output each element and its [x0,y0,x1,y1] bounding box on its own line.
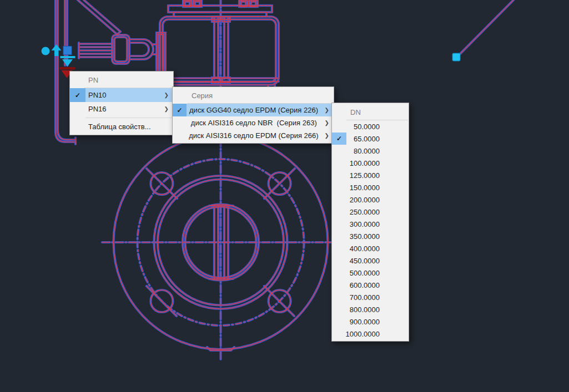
check-gutter [332,120,346,133]
menu-item-label: 125.0000 [346,171,409,180]
menu-item-label: диск AISI316 седло NBR (Серия 263) [188,119,317,127]
menu-item[interactable]: диск AISI316 седло NBR (Серия 263)❯ [173,116,334,129]
grip-square[interactable] [63,47,72,55]
menu-item[interactable]: 900.0000 [332,315,409,328]
check-gutter [332,315,346,328]
check-gutter [332,218,346,230]
check-gutter [332,181,346,194]
grip-cone-cyan[interactable] [61,56,75,67]
menu-item-label: 400.0000 [346,245,409,253]
grip-circle[interactable] [42,47,50,55]
menu-item-label: 250.0000 [346,208,409,216]
menu-item[interactable]: 600.0000 [332,279,409,291]
menu-item[interactable]: 125.0000 [332,169,409,181]
check-gutter [332,230,346,242]
check-gutter [70,120,85,134]
menu-item[interactable]: 1000.0000 [332,328,409,340]
menu-item-label: 50.0000 [346,123,409,131]
cad-drawing [0,0,569,392]
menu-header-pn: PN [70,73,173,88]
check-gutter [332,254,346,267]
check-icon: ✓ [70,88,85,102]
menu-item-label: 1000.0000 [343,330,409,338]
menu-item-label: 100.0000 [346,159,409,167]
menu-item[interactable]: 800.0000 [332,303,409,315]
menu-item-label: 450.0000 [346,257,409,265]
menu-item[interactable]: 100.0000 [332,157,409,169]
check-gutter [332,291,346,303]
check-gutter [173,129,186,142]
menu-item[interactable]: 80.0000 [332,145,409,157]
menu-item-label: PN16 [85,105,155,113]
menu-item[interactable]: 700.0000 [332,291,409,303]
check-gutter [332,194,346,206]
submenu-arrow-icon: ❯ [155,106,173,112]
menu-item[interactable]: 350.0000 [332,230,409,242]
menu-item-label: Таблица свойств... [85,123,155,131]
menu-items-dn: 50.0000✓65.000080.0000100.0000125.000015… [332,120,409,340]
menu-item-label: диск AISI316 седло EPDM (Серия 266) [186,131,318,140]
menu-item[interactable]: PN16❯ [70,102,173,116]
menu-item[interactable]: диск AISI316 седло EPDM (Серия 266)❯ [173,129,334,142]
menu-item[interactable]: ✓PN10❯ [70,88,173,102]
menu-item[interactable]: 400.0000 [332,242,409,254]
menu-item[interactable]: 200.0000 [332,194,409,206]
menu-item[interactable]: 150.0000 [332,181,409,194]
menu-item[interactable]: 500.0000 [332,267,409,279]
menu-items-seriya: ✓диск GGG40 седло EPDM (Серия 226)❯диск … [173,104,334,142]
menu-item-label: 700.0000 [346,293,409,302]
submenu-arrow-icon: ❯ [155,92,173,98]
menu-item-label: 150.0000 [346,184,409,192]
context-menu-seriya: Серия ✓диск GGG40 седло EPDM (Серия 226)… [172,86,334,144]
check-gutter [332,279,346,291]
check-gutter [332,206,346,218]
check-gutter [332,169,346,181]
menu-item-label: диск GGG40 седло EPDM (Серия 226) [187,106,318,114]
menu-item-label: 300.0000 [346,220,409,228]
menu-item-label: 200.0000 [346,196,409,204]
context-menu-pn: PN ✓PN10❯PN16❯Таблица свойств... [69,71,174,135]
menu-item[interactable]: 450.0000 [332,254,409,267]
context-menu-dn: DN 50.0000✓65.000080.0000100.0000125.000… [331,103,409,342]
check-gutter [70,102,85,116]
menu-item-label: 80.0000 [346,147,409,155]
check-gutter [332,157,346,169]
menu-item[interactable]: 250.0000 [332,206,409,218]
menu-item[interactable]: ✓65.0000 [332,133,409,145]
grip-arrow-up[interactable] [52,44,62,56]
menu-item[interactable]: Таблица свойств... [70,120,173,134]
grip-endpoint[interactable] [452,53,460,61]
menu-separator [85,118,173,118]
menu-item-label: 500.0000 [346,269,409,277]
check-icon: ✓ [332,133,346,145]
menu-item-label: 600.0000 [346,281,409,289]
menu-header-seriya: Серия [173,88,334,103]
menu-item[interactable]: ✓диск GGG40 седло EPDM (Серия 226)❯ [173,104,334,116]
menu-items-pn: ✓PN10❯PN16❯Таблица свойств... [70,88,173,134]
menu-item-label: 800.0000 [346,306,409,314]
check-gutter [332,267,346,279]
menu-item-label: PN10 [85,91,155,99]
menu-item[interactable]: 50.0000 [332,120,409,133]
menu-item-label: 900.0000 [346,318,409,326]
cad-canvas[interactable]: PN ✓PN10❯PN16❯Таблица свойств... Серия ✓… [0,0,569,392]
check-icon: ✓ [173,104,187,116]
menu-header-dn: DN [332,104,409,120]
check-gutter [332,303,346,315]
check-gutter [332,328,343,340]
menu-item-label: 350.0000 [346,232,409,241]
menu-item-label: 65.0000 [346,135,409,143]
menu-item[interactable]: 300.0000 [332,218,409,230]
check-gutter [173,116,188,129]
check-gutter [332,145,346,157]
check-gutter [332,242,346,254]
